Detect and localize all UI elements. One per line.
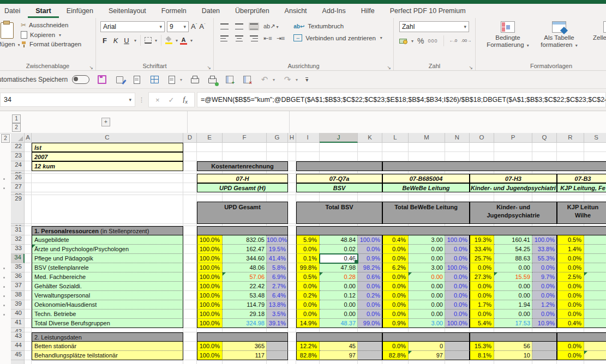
cell-G37[interactable]: 2.7% [267,282,288,291]
cell-O35[interactable]: 0.0% [470,263,494,272]
cell-R43[interactable] [557,332,606,342]
cell-S44[interactable] [584,342,606,351]
cell-D45[interactable] [183,351,197,360]
cell-J22[interactable] [320,143,358,152]
cell-L41[interactable]: 0.9% [382,319,409,328]
cell-G36[interactable]: 6.9% [267,272,288,282]
cell-N34[interactable]: 0.0% [445,254,470,263]
italic-button[interactable]: K [111,37,120,45]
cell-N23[interactable] [445,152,470,161]
cell-A44[interactable] [25,342,32,351]
cell-K33[interactable]: 0.0% [358,245,382,254]
cell-E45[interactable]: 100.0% [197,351,223,360]
grow-font-button[interactable]: Aˆ [191,22,197,31]
cell-A35[interactable] [25,263,32,272]
cell-C33[interactable]: Ärzte und Psychologe/Psychologen [32,245,183,254]
cell-R42[interactable] [557,328,584,332]
cell-F32[interactable]: 832.05 [223,235,267,245]
decrease-decimal-button[interactable]: .00→ [461,39,471,43]
row-header-31[interactable]: 31 [11,226,25,235]
align-bottom-button[interactable] [249,22,259,31]
cell-J33[interactable]: 0.02 [320,245,358,254]
cell-F37[interactable]: 22.42 [223,282,267,291]
cell-D37[interactable] [183,282,197,291]
cell-K44[interactable] [358,342,382,351]
col-header-F[interactable]: F [223,133,267,143]
cell-M33[interactable]: 0.00 [409,245,445,254]
cell-Q46[interactable] [532,360,557,364]
cell-J39[interactable]: 0.00 [320,300,358,310]
cell-C32[interactable]: Ausgebildete [32,235,183,245]
cell-K32[interactable]: 100.0% [358,235,382,245]
cell-O22[interactable] [470,143,494,152]
row-header-39[interactable]: 39 [11,300,25,310]
cell-K46[interactable] [358,360,382,364]
cell-M42[interactable] [409,328,445,332]
insert-function-icon[interactable]: fx [183,95,188,105]
cell-O43[interactable] [470,332,557,342]
cell-Q38[interactable]: 0.0% [532,291,557,300]
row-header-32[interactable]: 32 [11,235,25,245]
cell-N44[interactable] [445,342,470,351]
cell-S22[interactable] [584,143,606,152]
cell-Q23[interactable] [532,152,557,161]
row-header-42[interactable]: 42 [11,328,25,332]
cell-K34[interactable]: 0.9% [358,254,382,263]
cell-S23[interactable] [584,152,606,161]
row-header-44[interactable]: 44 [11,342,25,351]
row-header-38[interactable]: 38 [11,291,25,300]
cell-F40[interactable]: 29.18 [223,310,267,319]
cell-P41[interactable]: 17.53 [494,319,532,328]
cell-A41[interactable] [25,319,32,328]
autosave-control[interactable]: Automatisches Speichern [0,75,89,84]
cell-I40[interactable]: 0.0% [296,310,320,319]
cell-P42[interactable] [494,328,532,332]
delete-cells-button[interactable] [242,75,252,84]
cell-E37[interactable]: 100.0% [197,282,223,291]
cell-N35[interactable]: 100.0% [445,263,470,272]
row-header-37[interactable]: 37 [11,282,25,291]
cell-H40[interactable] [288,310,296,319]
cell-A27[interactable] [25,183,32,192]
cell-I35[interactable]: 99.8% [296,263,320,272]
cell-E34[interactable]: 100.0% [197,254,223,263]
enter-icon[interactable]: ✓ [169,96,175,104]
cell-I42[interactable] [296,328,320,332]
align-left-button[interactable] [219,34,230,43]
cell-L32[interactable]: 0.4% [382,235,409,245]
conditional-formatting-button[interactable]: BedingteFormatierung ▾ [483,21,532,49]
format-painter-button[interactable]: Format übertragen [21,41,81,47]
col-header-L[interactable]: L [382,133,409,143]
cell-R26[interactable]: 07-B3 [557,174,606,183]
cell-K41[interactable]: 99.0% [358,319,382,328]
cell-E24[interactable]: Kostenartenrechnung [197,161,288,171]
chevron-down-icon[interactable]: ▾ [180,77,182,82]
cell-A43[interactable] [25,332,32,342]
cell-I41[interactable]: 14.9% [296,319,320,328]
cell-D22[interactable] [183,143,197,152]
undo-button[interactable]: ↶ [260,75,269,84]
cell-G42[interactable] [267,328,288,332]
cell-L33[interactable]: 0.0% [382,245,409,254]
cell-C35[interactable]: BSV (stellenplanrele [32,263,183,272]
cell-E31[interactable] [197,226,288,235]
cell-D46[interactable] [183,360,197,364]
cell-styles-button[interactable]: Zellenformat▾ [586,21,606,49]
cell-K22[interactable] [358,143,382,152]
shrink-font-button[interactable]: Aˇ [199,22,205,31]
cell-G32[interactable]: 100.0% [267,235,288,245]
align-center-button[interactable] [234,34,244,43]
tab-einf-gen[interactable]: Einfügen [59,4,101,18]
redo-button[interactable]: ↷ [283,75,292,84]
cell-J46[interactable] [320,360,358,364]
cell-A24[interactable] [25,161,32,171]
cell-C31[interactable]: 1. Personalressourcen (in Stellenprozent… [32,226,183,235]
cell-P37[interactable]: 0.00 [494,282,532,291]
cell-P46[interactable] [494,360,532,364]
cell-D42[interactable] [183,328,197,332]
cell-D24[interactable] [183,161,197,171]
cell-R46[interactable] [557,360,584,364]
cell-J42[interactable] [320,328,358,332]
cell-E42[interactable] [197,328,223,332]
cell-C37[interactable]: Gehälter Sozialdi. [32,282,183,291]
